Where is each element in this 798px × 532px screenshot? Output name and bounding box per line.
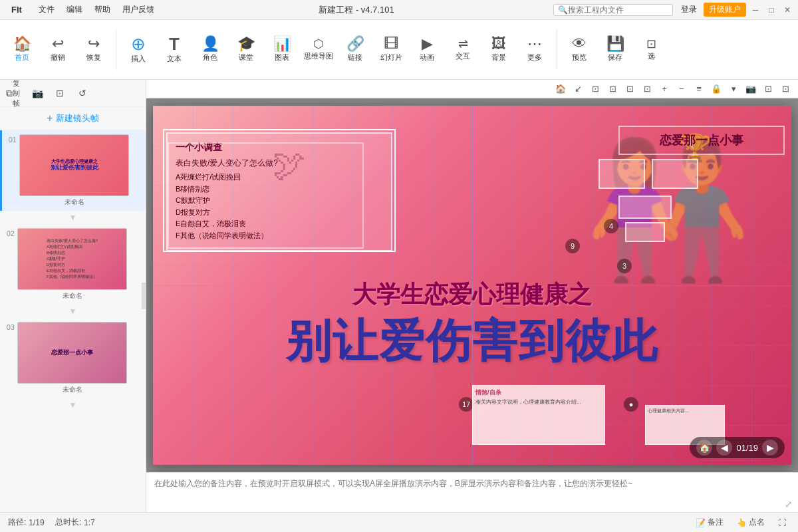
canvas-arrow-button[interactable]: ↙ [571,82,585,96]
slide-thumb-1: 大学生恋爱心理健康之 别让爱伤害到彼此 [19,134,129,196]
menu-help[interactable]: 帮助 [89,3,116,17]
survey-option-e: E自怨自艾，消极泪丧 [176,218,383,230]
notes-area: ⤢ [146,472,798,512]
slide-thumb-2: 表白失败/爱人变心了怎么做? A死缠烂打/试图挽回 B移情别恋 C默默守护 D报… [17,228,127,290]
duration-label: 总时长: [55,517,81,528]
canvas-frame4-button[interactable]: ⊡ [640,82,654,96]
crop-button[interactable]: ⊡ [51,84,69,102]
slide-panel-toolbar: ⧉ 复制帧 📷 ⊡ ↺ [0,80,146,107]
menu-bar: 文件 编辑 帮助 用户反馈 [33,3,160,17]
survey-title: 一个小调查 [176,142,383,154]
canvas-dropdown-button[interactable]: ▾ [726,82,741,96]
toolbar-background[interactable]: 🖼 背景 [482,34,515,65]
upgrade-button[interactable]: 升级账户 [704,3,746,17]
toolbar-undo[interactable]: ↩ 撤销 [41,34,74,65]
toolbar-redo[interactable]: ↪ 恢复 [77,34,110,65]
notes-expand-button[interactable]: ⤢ [785,499,793,509]
toolbar-save[interactable]: 💾 保存 [598,34,632,65]
path-status: 路径: 1/19 [8,517,45,528]
toolbar-preview[interactable]: 👁 预览 [563,34,596,65]
slide-sep-3: ▼ [0,398,146,412]
slideshow-icon: 🎞 [384,37,398,51]
camera-button[interactable]: 📷 [28,84,47,102]
chart-icon: 📊 [273,37,291,51]
canvas-area[interactable]: ♥ 👫 🕊 🏆 一个小调查 表白失败/爱人变心了怎么做? A死缠烂打/试图挽回 … [146,98,798,472]
canvas-grid-button[interactable]: ⊡ [761,82,775,96]
restore-button[interactable]: □ [765,3,778,17]
separator-icon-3: ▼ [69,400,77,410]
menu-feedback[interactable]: 用户反馈 [117,3,160,17]
toolbar-text[interactable]: T 文本 [158,33,191,66]
toolbar-select[interactable]: ⊡ 选 [634,35,668,64]
canvas-frame3-button[interactable]: ⊡ [622,82,637,96]
toolbar-slideshow[interactable]: 🎞 幻灯片 [374,34,408,65]
slide-sep-1: ▼ [0,211,146,224]
rotate-button[interactable]: ↺ [73,84,92,102]
toolbar-home-label: 首页 [15,53,29,63]
info-box-4 [625,222,665,242]
toolbar-chart[interactable]: 📊 图表 [265,34,299,65]
fullscreen-button[interactable]: ⛶ [774,517,790,529]
notes-input[interactable] [154,478,790,507]
toolbar-class[interactable]: 🎓 课堂 [229,34,263,65]
toolbar-link-label: 链接 [348,53,362,63]
canvas-zoom-in-button[interactable]: + [657,82,672,96]
save-icon: 💾 [606,37,624,51]
toolbar-background-label: 背景 [491,53,506,63]
menu-edit[interactable]: 编辑 [61,3,88,17]
canvas-toolbar: 🏠 ↙ ⊡ ⊡ ⊡ ⊡ + − ≡ 🔒 ▾ 📷 ⊡ ⊡ [146,80,798,98]
canvas-camera-button[interactable]: 📷 [743,82,758,96]
slide-num-1: 01 [5,134,17,144]
toolbar-undo-label: 撤销 [51,53,65,63]
pointer-button[interactable]: 👆 点名 [733,515,769,529]
badge-17: 17 [459,397,473,412]
badge-3: 3 [617,259,632,273]
separator-icon-1: ▼ [69,213,77,222]
canvas-home-button[interactable]: 🏠 [553,82,568,96]
toolbar-role[interactable]: 👤 角色 [194,34,227,65]
canvas-frame2-button[interactable]: ⊡ [605,82,620,96]
crop-icon: ⊡ [56,88,64,98]
canvas-lock-button[interactable]: 🔒 [709,82,724,96]
camera-icon: 📷 [32,88,43,98]
slide-nav-prev-button[interactable]: ◀ [716,440,732,456]
toolbar-link[interactable]: 🔗 链接 [338,34,372,65]
search-box[interactable]: 🔍 [553,4,673,16]
toolbar-insert[interactable]: ⊕ 插入 [122,33,155,66]
slide-item-2[interactable]: 02 表白失败/爱人变心了怎么做? A死缠烂打/试图挽回 B移情别恋 C默默守护… [0,224,146,305]
toolbar-class-label: 课堂 [239,53,253,63]
menu-file[interactable]: 文件 [33,3,60,17]
toolbar-divider-1 [116,30,116,70]
canvas-zoom-out-button[interactable]: − [674,82,689,96]
annotation-label: 备注 [708,517,724,528]
canvas-frame1-button[interactable]: ⊡ [588,82,602,96]
search-input[interactable] [568,5,661,15]
minimize-button[interactable]: ─ [749,3,762,17]
toolbar-animation[interactable]: ▶ 动画 [410,34,444,65]
toolbar-mindmap[interactable]: ⬡ 思维导图 [301,35,336,64]
preview-icon: 👁 [572,37,587,51]
copy-frame-button[interactable]: ⧉ 复制帧 [5,84,24,102]
login-button[interactable]: 登录 [677,3,701,17]
close-button[interactable]: ✕ [781,3,794,17]
slide-item-3[interactable]: 03 恋爱那一点小事 未命名 [0,318,146,398]
toolbar-divider-2 [557,30,557,70]
slide-canvas[interactable]: ♥ 👫 🕊 🏆 一个小调查 表白失败/爱人变心了怎么做? A死缠烂打/试图挽回 … [153,106,791,465]
survey-option-c: C默默守护 [176,195,383,207]
survey-question: 表白失败/爱人变心了怎么做? [176,158,383,169]
new-frame-button[interactable]: + 新建镜头帧 [0,107,146,130]
slide-item-1[interactable]: 01 大学生恋爱心理健康之 别让爱伤害到彼此 未命名 [0,130,146,211]
window-title: 新建工程 - v4.7.101 [160,4,553,16]
toolbar-more[interactable]: ⋯ 更多 [518,34,551,65]
canvas-menu-button[interactable]: ≡ [692,82,706,96]
collapse-sidebar-button[interactable]: ‹ [142,283,146,309]
class-icon: 🎓 [237,37,255,51]
toolbar-slideshow-label: 幻灯片 [380,53,402,63]
slide-label-2: 未命名 [17,291,127,301]
annotation-button[interactable]: 📝 备注 [692,515,728,529]
slide-nav-home-button[interactable]: 🏠 [696,440,712,456]
canvas-export-button[interactable]: ⊡ [778,82,793,96]
toolbar-interact[interactable]: ⇌ 交互 [446,35,479,64]
slide-nav-next-button[interactable]: ▶ [762,440,778,456]
toolbar-home[interactable]: 🏠 首页 [5,34,39,65]
